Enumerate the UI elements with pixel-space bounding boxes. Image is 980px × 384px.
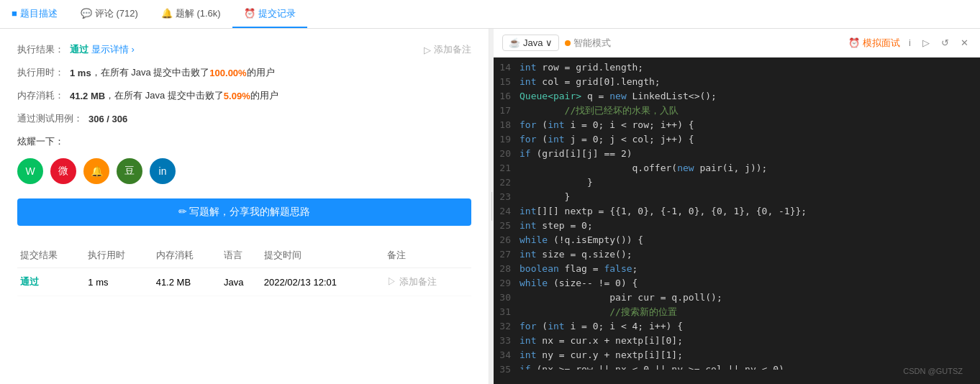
submissions-table: 提交结果 执行用时 内存消耗 语言 提交时间 备注 通过 1 ms 41.2 M… bbox=[17, 243, 471, 296]
lang-label: Java bbox=[523, 37, 543, 48]
line-number: 27 bbox=[499, 247, 511, 262]
close-icon[interactable]: ✕ bbox=[958, 36, 971, 50]
line-number: 18 bbox=[499, 118, 511, 132]
smart-mode-toggle[interactable]: 智能模式 bbox=[565, 37, 611, 50]
line-number: 25 bbox=[499, 219, 511, 233]
wechat-icon[interactable]: W bbox=[17, 158, 43, 184]
refresh-icon[interactable]: ↺ bbox=[938, 36, 952, 50]
memory-pct: 5.09% bbox=[224, 91, 250, 101]
col-header-memory: 内存消耗 bbox=[153, 243, 221, 268]
tab-submissions[interactable]: ⏰ 提交记录 bbox=[232, 0, 307, 28]
tests-label: 通过测试用例： bbox=[17, 112, 83, 125]
code-area[interactable]: 1415161718192021222324252627282930313233… bbox=[494, 58, 980, 372]
line-number: 33 bbox=[499, 334, 511, 348]
code-lines[interactable]: int row = grid.length;int col = grid[0].… bbox=[520, 60, 980, 370]
row-note[interactable]: ▷ 添加备注 bbox=[384, 268, 471, 296]
share-label-row: 炫耀一下： bbox=[17, 135, 471, 148]
editor-toolbar: ☕ Java ∨ 智能模式 ⏰ 模拟面试 i ▷ ↺ ✕ bbox=[494, 29, 980, 58]
write-solution-button[interactable]: ✏ 写题解，分享我的解题思路 bbox=[17, 198, 471, 226]
code-line: boolean flag = false; bbox=[520, 262, 974, 276]
code-line: for (int i = 0; i < 4; i++) { bbox=[520, 319, 974, 334]
main-content: 执行结果： 通过 显示详情 › ▷ 添加备注 执行用时： 1 ms ，在所有 J… bbox=[0, 29, 980, 384]
execution-result-row: 执行结果： 通过 显示详情 › ▷ 添加备注 bbox=[17, 43, 471, 56]
code-line: } bbox=[520, 190, 974, 204]
java-lang-icon: ☕ bbox=[509, 37, 520, 48]
time-value: 1 ms bbox=[70, 68, 91, 78]
clock-icon: ⏰ bbox=[848, 37, 860, 48]
code-editor-panel: ☕ Java ∨ 智能模式 ⏰ 模拟面试 i ▷ ↺ ✕ 14151617181… bbox=[494, 29, 980, 384]
line-number: 23 bbox=[499, 190, 511, 204]
line-number: 28 bbox=[499, 262, 511, 276]
code-line: int col = grid[0].length; bbox=[520, 75, 974, 89]
watermark: CSDN @GUTSZ bbox=[494, 367, 968, 378]
notification-icon[interactable]: 🔔 bbox=[83, 158, 109, 184]
tab-description[interactable]: ■ 题目描述 bbox=[0, 0, 69, 28]
code-line: int[][] nextp = {{1, 0}, {-1, 0}, {0, 1}… bbox=[520, 204, 974, 219]
tab-solutions[interactable]: 🔔 题解 (1.6k) bbox=[150, 0, 232, 28]
left-panel: 执行结果： 通过 显示详情 › ▷ 添加备注 执行用时： 1 ms ，在所有 J… bbox=[0, 29, 489, 384]
code-line: if (grid[i][j] == 2) bbox=[520, 147, 974, 161]
code-line: } bbox=[520, 175, 974, 190]
code-line: for (int j = 0; j < col; j++) { bbox=[520, 132, 974, 147]
table-row[interactable]: 通过 1 ms 41.2 MB Java 2022/02/13 12:01 ▷ … bbox=[17, 268, 471, 296]
row-lang: Java bbox=[221, 268, 261, 296]
add-note-button[interactable]: ▷ 添加备注 bbox=[424, 43, 471, 56]
line-number: 15 bbox=[499, 75, 511, 89]
sim-interview-button[interactable]: ⏰ 模拟面试 bbox=[848, 37, 900, 50]
row-status: 通过 bbox=[17, 268, 85, 296]
info-icon[interactable]: i bbox=[906, 36, 914, 50]
add-note-icon: ▷ bbox=[424, 45, 431, 55]
tab-comments[interactable]: 💬 评论 (712) bbox=[69, 0, 150, 28]
linkedin-icon[interactable]: in bbox=[150, 158, 176, 184]
code-line: int ny = cur.y + nextp[i][1]; bbox=[520, 348, 974, 362]
line-number: 19 bbox=[499, 132, 511, 147]
submissions-icon: ⏰ bbox=[244, 8, 255, 19]
code-line: while (size-- != 0) { bbox=[520, 276, 974, 291]
code-line: for (int i = 0; i < row; i++) { bbox=[520, 118, 974, 132]
code-line: while (!q.isEmpty()) { bbox=[520, 233, 974, 247]
row-memory: 41.2 MB bbox=[153, 268, 221, 296]
code-line: Queue<pair> q = new LinkedList<>(); bbox=[520, 89, 974, 104]
line-number: 24 bbox=[499, 204, 511, 219]
time-label: 执行用时： bbox=[17, 66, 64, 79]
code-line: pair cur = q.poll(); bbox=[520, 291, 974, 305]
line-number: 16 bbox=[499, 89, 511, 104]
language-selector[interactable]: ☕ Java ∨ bbox=[502, 35, 559, 51]
tab-bar: ■ 题目描述 💬 评论 (712) 🔔 题解 (1.6k) ⏰ 提交记录 bbox=[0, 0, 980, 29]
col-header-submit-time: 提交时间 bbox=[261, 243, 385, 268]
memory-value: 41.2 MB bbox=[70, 91, 105, 101]
time-suffix: 的用户 bbox=[247, 66, 275, 79]
col-header-time: 执行用时 bbox=[85, 243, 153, 268]
solutions-icon: 🔔 bbox=[161, 8, 173, 19]
sim-interview-label: 模拟面试 bbox=[863, 37, 900, 50]
line-number: 26 bbox=[499, 233, 511, 247]
row-submit-time: 2022/02/13 12:01 bbox=[261, 268, 385, 296]
time-desc: ，在所有 Java 提交中击败了 bbox=[91, 66, 210, 79]
douban-icon[interactable]: 豆 bbox=[117, 158, 142, 184]
show-detail-link[interactable]: 显示详情 › bbox=[91, 43, 135, 56]
line-number: 22 bbox=[499, 175, 511, 190]
result-label: 执行结果： bbox=[17, 43, 64, 56]
memory-label: 内存消耗： bbox=[17, 89, 64, 102]
share-label: 炫耀一下： bbox=[17, 135, 64, 148]
code-line: int row = grid.length; bbox=[520, 60, 974, 75]
description-icon: ■ bbox=[12, 8, 17, 19]
exec-time-row: 执行用时： 1 ms ，在所有 Java 提交中击败了 100.00% 的用户 bbox=[17, 66, 471, 79]
run-icon[interactable]: ▷ bbox=[920, 36, 933, 50]
code-line: int nx = cur.x + nextp[i][0]; bbox=[520, 334, 974, 348]
chevron-down-icon: ∨ bbox=[545, 37, 553, 48]
memory-desc: ，在所有 Java 提交中击败了 bbox=[105, 89, 224, 102]
code-line: //找到已经坏的水果，入队 bbox=[520, 104, 974, 118]
line-number: 34 bbox=[499, 348, 511, 362]
time-pct: 100.00% bbox=[209, 68, 246, 78]
col-header-note: 备注 bbox=[384, 243, 471, 268]
code-line: //搜索新的位置 bbox=[520, 305, 974, 319]
line-number: 14 bbox=[499, 60, 511, 75]
memory-row: 内存消耗： 41.2 MB ，在所有 Java 提交中击败了 5.09% 的用户 bbox=[17, 89, 471, 102]
col-header-lang: 语言 bbox=[221, 243, 261, 268]
code-line: q.offer(new pair(i, j)); bbox=[520, 161, 974, 175]
weibo-icon[interactable]: 微 bbox=[50, 158, 76, 184]
col-header-status: 提交结果 bbox=[17, 243, 85, 268]
line-number: 17 bbox=[499, 104, 511, 118]
line-numbers: 1415161718192021222324252627282930313233… bbox=[494, 60, 520, 370]
